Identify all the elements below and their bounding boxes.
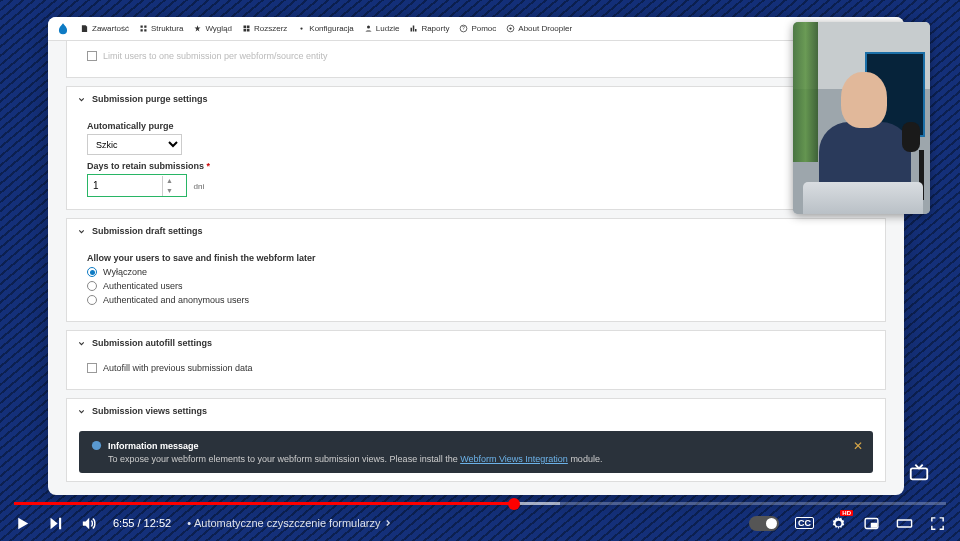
radio-label: Authenticated and anonymous users <box>103 295 249 305</box>
info-message-box: ✕ Information message To expose your web… <box>79 431 873 473</box>
svg-text:?: ? <box>463 26 466 31</box>
settings-button[interactable]: HD <box>830 515 847 532</box>
svg-rect-7 <box>911 468 928 479</box>
svg-point-0 <box>301 27 303 29</box>
toolbar-label: Struktura <box>151 24 183 33</box>
radio-icon <box>87 295 97 305</box>
toolbar-label: About Droopler <box>518 24 572 33</box>
panel-title: Submission draft settings <box>92 226 203 236</box>
content-area: Limit users to one submission per webfor… <box>48 41 904 495</box>
toolbar-label: Pomoc <box>471 24 496 33</box>
panel-title: Submission autofill settings <box>92 338 212 348</box>
radio-label: Wyłączone <box>103 267 147 277</box>
radio-icon <box>87 281 97 291</box>
days-retain-input-wrap: ▲▼ <box>87 174 187 197</box>
chevron-right-icon <box>383 518 393 528</box>
panel-views: Submission views settings ✕ Information … <box>66 398 886 482</box>
fullscreen-button[interactable] <box>929 515 946 532</box>
drupal-logo-icon[interactable] <box>56 22 70 36</box>
info-link[interactable]: Webform Views Integration <box>460 454 568 464</box>
svg-rect-10 <box>897 519 911 526</box>
toolbar-item-appearance[interactable]: Wygląd <box>193 24 232 33</box>
days-retain-input[interactable] <box>88 180 162 191</box>
toolbar-item-structure[interactable]: Struktura <box>139 24 183 33</box>
chevron-down-icon <box>77 407 86 416</box>
panel-head-autofill[interactable]: Submission autofill settings <box>67 331 885 355</box>
chevron-down-icon <box>77 339 86 348</box>
miniplayer-button[interactable] <box>863 515 880 532</box>
svg-point-5 <box>510 27 512 29</box>
chevron-down-icon <box>77 227 86 236</box>
toolbar-label: Wygląd <box>205 24 232 33</box>
panel-head-purge[interactable]: Submission purge settings <box>67 87 885 111</box>
toolbar-item-content[interactable]: Zawartość <box>80 24 129 33</box>
field-label: Days to retain submissions <box>87 161 204 171</box>
auto-purge-select[interactable]: Szkic <box>87 134 182 155</box>
checkbox-icon <box>87 363 97 373</box>
info-icon <box>91 440 102 451</box>
tv-icon[interactable] <box>908 461 930 481</box>
toolbar-label: Raporty <box>421 24 449 33</box>
time-display: 6:55 / 12:52 <box>113 517 171 529</box>
toolbar-label: Rozszerz <box>254 24 287 33</box>
hd-badge: HD <box>840 510 853 516</box>
theater-button[interactable] <box>896 515 913 532</box>
svg-rect-9 <box>872 523 877 527</box>
info-title: Information message <box>108 441 199 451</box>
toolbar-item-help[interactable]: ?Pomoc <box>459 24 496 33</box>
checkbox-icon <box>87 51 97 61</box>
play-button[interactable] <box>14 515 31 532</box>
toolbar-label: Zawartość <box>92 24 129 33</box>
admin-toolbar: Zawartość Struktura Wygląd Rozszerz Konf… <box>48 17 904 41</box>
radio-option-disabled[interactable]: Wyłączone <box>87 267 873 277</box>
truncated-check-row[interactable]: Limit users to one submission per webfor… <box>87 51 873 61</box>
panel-title: Submission views settings <box>92 406 207 416</box>
app-window: Zawartość Struktura Wygląd Rozszerz Konf… <box>48 17 904 495</box>
toolbar-item-about[interactable]: About Droopler <box>506 24 572 33</box>
days-suffix: dni <box>194 182 205 191</box>
panel-head-draft[interactable]: Submission draft settings <box>67 219 885 243</box>
panel-purge: Submission purge settings Automatically … <box>66 86 886 210</box>
check-label: Autofill with previous submission data <box>103 363 253 373</box>
field-label: Automatically purge <box>87 121 174 131</box>
toolbar-label: Konfiguracja <box>309 24 353 33</box>
radio-label: Authenticated users <box>103 281 183 291</box>
chevron-down-icon <box>77 95 86 104</box>
autoplay-toggle[interactable] <box>749 516 779 531</box>
field-label: Allow your users to save and finish the … <box>87 253 316 263</box>
svg-point-1 <box>367 26 370 29</box>
panel-head-views[interactable]: Submission views settings <box>67 399 885 423</box>
chapter-display[interactable]: • Automatyczne czyszczenie formularzy <box>187 517 393 529</box>
radio-icon <box>87 267 97 277</box>
volume-button[interactable] <box>80 515 97 532</box>
radio-option-auth-anon[interactable]: Authenticated and anonymous users <box>87 295 873 305</box>
toolbar-item-people[interactable]: Ludzie <box>364 24 400 33</box>
panel-truncated: Limit users to one submission per webfor… <box>66 41 886 78</box>
info-text: To expose your webform elements to your … <box>91 454 861 464</box>
toolbar-item-reports[interactable]: Raporty <box>409 24 449 33</box>
video-controls: 6:55 / 12:52 • Automatyczne czyszczenie … <box>0 505 960 541</box>
cc-button[interactable]: CC <box>795 517 814 529</box>
next-button[interactable] <box>47 515 64 532</box>
spinner-icon[interactable]: ▲▼ <box>162 176 176 196</box>
panel-draft: Submission draft settings Allow your use… <box>66 218 886 322</box>
radio-option-auth[interactable]: Authenticated users <box>87 281 873 291</box>
panel-autofill: Submission autofill settings Autofill wi… <box>66 330 886 390</box>
truncated-text: Limit users to one submission per webfor… <box>103 51 328 61</box>
svg-point-6 <box>92 441 101 450</box>
toolbar-item-configuration[interactable]: Konfiguracja <box>297 24 353 33</box>
presenter-webcam <box>793 22 930 214</box>
toolbar-item-extend[interactable]: Rozszerz <box>242 24 287 33</box>
panel-title: Submission purge settings <box>92 94 208 104</box>
toolbar-label: Ludzie <box>376 24 400 33</box>
required-marker: * <box>204 161 210 171</box>
autofill-check[interactable]: Autofill with previous submission data <box>87 363 873 373</box>
close-icon[interactable]: ✕ <box>853 439 863 453</box>
